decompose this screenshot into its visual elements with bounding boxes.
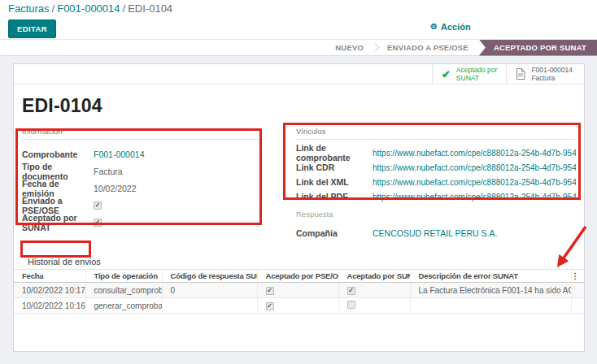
field-label: Link de comprobante [296,143,373,162]
table-header-row: Fecha Tipo de operación Código de respue… [14,270,584,283]
links-group: Vínculos Link de comprobante https://www… [296,127,576,240]
cell-sunat [338,298,410,314]
info-group-title: Información [22,127,263,140]
chevron-right-icon [372,44,380,52]
cell-tipo: generar_comprobante [85,298,162,314]
stat-button-line1: F001-000014 [531,66,573,74]
cell-tipo: consultar_comprobante [85,283,162,298]
aceptado-sunat-checkbox[interactable] [94,219,102,227]
stat-button-line2: SUNAT [456,74,479,82]
stat-button-line1: Aceptado por [456,66,498,74]
notebook-tabs: Historial de envios [14,254,584,270]
cell-sunat [338,283,410,298]
cell-fecha: 10/02/2022 10:16:52 [14,298,85,314]
cell-empty [571,298,584,314]
field-comprobante: Comprobante F001-000014 [22,145,263,162]
breadcrumb-link-facturas[interactable]: Facturas [8,2,50,15]
column-header-codigo[interactable]: Código de respuesta SUNAT [162,270,257,283]
respuesta-group-title: Respuesta [296,210,576,219]
column-header-tipo[interactable]: Tipo de operación [85,270,162,283]
cell-descripcion [410,298,571,314]
cell-codigo [162,298,257,314]
breadcrumb-link-record[interactable]: F001-000014 [57,2,120,15]
company-link[interactable]: CENCOSUD RETAIL PERU S.A. [373,228,497,238]
field-link-xml: Link del XML https://www.nubefact.com/cp… [296,175,576,189]
optional-columns-icon[interactable]: ⋮ [571,270,584,283]
field-label: Link del PDF [296,192,373,202]
status-step-enviado[interactable]: ENVIADO A PSE/OSE [387,43,468,52]
breadcrumb: Facturas/F001-000014/EDI-0104 [0,0,597,16]
field-fecha-emision: Fecha de emisión 10/02/2022 [22,180,263,197]
enviado-pse-checkbox[interactable] [94,202,102,210]
stat-button-aceptado-sunat[interactable]: ✔ Aceptado por SUNAT [432,64,506,84]
field-link-comprobante: Link de comprobante https://www.nubefact… [296,145,576,160]
links-group-title: Vínculos [296,127,576,140]
action-menu-label: Acción [441,22,471,32]
field-value: Factura [94,167,123,176]
link-xml-url[interactable]: https://www.nubefact.com/cpe/c888012a-25… [373,178,576,187]
tab-historial-envios[interactable]: Historial de envios [28,254,101,266]
cell-fecha: 10/02/2022 10:17:12 [14,283,85,298]
statusbar: NUEVO ENVIADO A PSE/OSE ACEPTADO POR SUN… [0,40,597,56]
field-label: Compañía [296,228,373,238]
sunat-checkbox [347,301,355,309]
field-label: Aceptado por SUNAT [22,213,94,232]
pse-checkbox [266,302,274,310]
form-sheet: ✔ Aceptado por SUNAT F001-000014 Factura… [13,63,585,352]
table-row[interactable]: 10/02/2022 10:17:12 consultar_comprobant… [14,283,584,298]
cell-empty [571,283,584,298]
field-label: Comprobante [22,150,94,159]
cell-descripcion: La Factura Electrónica F001-14 ha sido A… [410,283,571,298]
gear-icon: ⚙ [430,23,438,31]
column-header-fecha[interactable]: Fecha [14,270,85,283]
field-enviado-pse: Enviado a PSE/OSE [22,197,263,214]
control-panel: EDITAR ⚙ Acción [0,16,597,40]
button-box: ✔ Aceptado por SUNAT F001-000014 Factura [14,64,584,84]
field-value: 10/02/2022 [94,184,137,193]
status-step-aceptado-active[interactable]: ACEPTADO POR SUNAT [479,40,597,56]
pse-checkbox [266,287,274,295]
status-step-nuevo[interactable]: NUEVO [335,43,364,52]
table-row[interactable]: 10/02/2022 10:16:52 generar_comprobante [14,298,584,314]
page-title: EDI-0104 [22,95,584,117]
document-icon [516,68,525,80]
field-compania: Compañía CENCOSUD RETAIL PERU S.A. [296,226,576,240]
breadcrumb-separator: / [50,2,58,15]
stat-button-line2: Factura [531,74,555,82]
link-pdf-url[interactable]: https://www.nubefact.com/cpe/c888012a-25… [373,193,576,202]
field-link-pdf: Link del PDF https://www.nubefact.com/cp… [296,189,576,204]
column-header-descripcion[interactable]: Descripción de error SUNAT [410,270,571,283]
link-cdr-url[interactable]: https://www.nubefact.com/cpe/c888012a-25… [373,163,576,172]
form-body: Información Comprobante F001-000014 Tipo… [14,127,584,240]
link-comprobante-url[interactable]: https://www.nubefact.com/cpe/c888012a-25… [373,149,576,158]
cell-pse [257,283,338,298]
history-table: Fecha Tipo de operación Código de respue… [14,270,584,314]
check-icon: ✔ [442,69,451,80]
cell-pse [257,298,338,314]
column-header-sunat[interactable]: Aceptado por SUNAT [338,270,410,283]
field-tipo-documento: Tipo de documento Factura [22,162,263,180]
stat-button-factura[interactable]: F001-000014 Factura [506,64,584,84]
info-group: Información Comprobante F001-000014 Tipo… [22,127,263,240]
comprobante-link[interactable]: F001-000014 [94,150,144,159]
breadcrumb-separator: / [120,2,129,15]
column-header-pse[interactable]: Aceptado por PSE/OSE [257,270,338,283]
cell-codigo: 0 [162,283,257,298]
field-label: Link del XML [296,177,373,187]
action-menu-button[interactable]: ⚙ Acción [430,22,471,32]
field-link-cdr: Link CDR https://www.nubefact.com/cpe/c8… [296,160,576,175]
field-label: Link CDR [296,162,373,172]
field-aceptado-sunat: Aceptado por SUNAT [22,214,263,231]
sunat-checkbox [347,287,355,295]
edit-button[interactable]: EDITAR [8,20,56,38]
breadcrumb-current: EDI-0104 [128,2,172,15]
